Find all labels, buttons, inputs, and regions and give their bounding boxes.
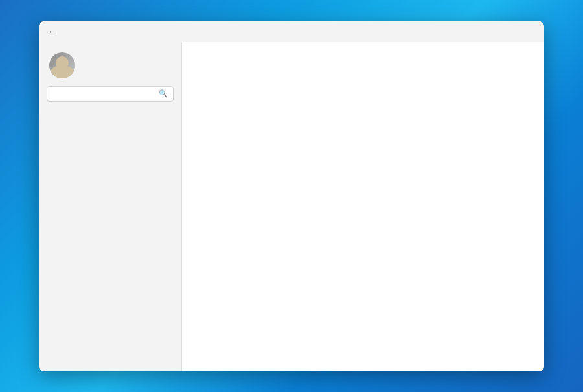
search-box[interactable]: 🔍: [47, 86, 174, 102]
search-input[interactable]: [52, 89, 159, 98]
apps-list: [182, 58, 544, 371]
profile-area: [39, 47, 181, 86]
settings-window: ← 🔍: [39, 21, 544, 371]
maximize-button[interactable]: [477, 21, 507, 42]
search-icon: 🔍: [159, 89, 168, 98]
window-controls: [447, 21, 536, 42]
main-content: [181, 42, 544, 371]
window-content: 🔍: [39, 42, 544, 371]
main-header: [182, 42, 544, 58]
minimize-button[interactable]: [447, 21, 477, 42]
avatar: [49, 52, 75, 78]
titlebar: ←: [39, 21, 544, 42]
back-button[interactable]: ←: [47, 27, 57, 37]
sidebar: 🔍: [39, 42, 181, 371]
close-button[interactable]: [507, 21, 536, 42]
